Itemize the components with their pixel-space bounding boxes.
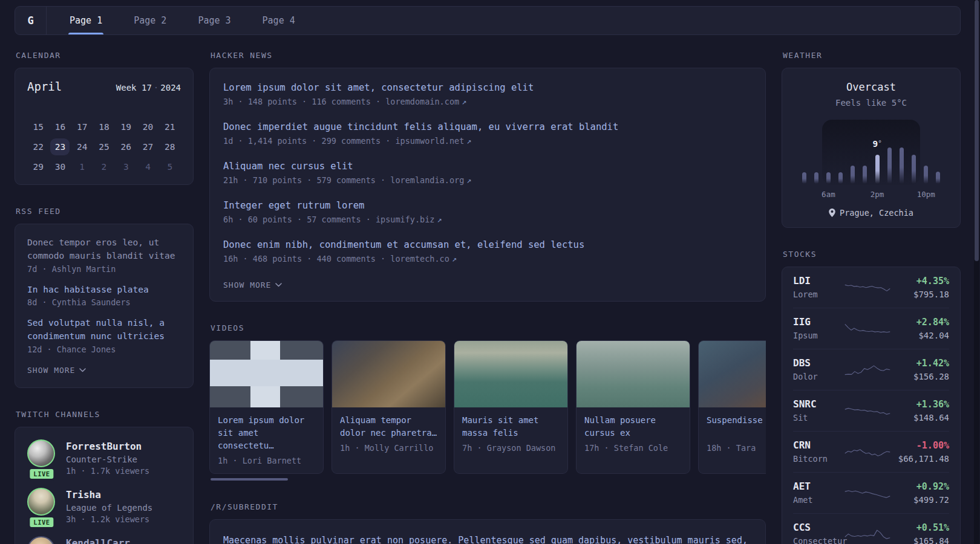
hn-item-title[interactable]: Donec enim nibh, condimentum et accumsan… bbox=[223, 239, 752, 250]
video-meta: 1h · Lori Barnett bbox=[218, 456, 316, 465]
left-column: CALENDAR April Week 17·2024 151617181920… bbox=[15, 51, 194, 544]
page-tab[interactable]: Page 1 bbox=[54, 7, 118, 34]
calendar-day-header bbox=[49, 102, 71, 117]
video-card[interactable]: Aliquam tempor dolor nec pharetra… 1h · … bbox=[332, 340, 446, 474]
video-thumbnail bbox=[210, 341, 323, 407]
video-title[interactable]: Mauris sit amet massa felis bbox=[462, 414, 560, 439]
calendar-date: 16 bbox=[50, 118, 70, 135]
stock-change: +0.51% bbox=[891, 522, 949, 533]
video-card[interactable]: Lorem ipsum dolor sit amet consectetu… 1… bbox=[209, 340, 324, 474]
page-tabs: Page 1Page 2Page 3Page 4 bbox=[54, 7, 311, 34]
rss-item-title[interactable]: Sed volutpat nulla nisl, a condimentum n… bbox=[27, 317, 181, 343]
hackernews-list: Lorem ipsum dolor sit amet, consectetur … bbox=[223, 82, 752, 264]
stock-row[interactable]: CCS Consectetur +0.51% $165.84 bbox=[793, 513, 949, 544]
hn-item-title[interactable]: Integer eget rutrum lorem bbox=[223, 200, 752, 211]
stock-symbol: AET bbox=[793, 481, 844, 492]
stock-name: Ipsum bbox=[793, 331, 844, 340]
hn-item-title[interactable]: Donec imperdiet augue tincidunt felis al… bbox=[223, 121, 752, 132]
video-title[interactable]: Nullam posuere cursus ex bbox=[584, 414, 682, 439]
video-card[interactable]: Suspendisse diam 18h · Tara bbox=[698, 340, 766, 474]
stock-row[interactable]: SNRC Sit +1.36% $148.64 bbox=[793, 390, 949, 431]
weather-bar bbox=[924, 166, 928, 184]
hn-item-domain-link[interactable]: ipsumify.biz bbox=[376, 215, 435, 224]
subreddit-post-title[interactable]: Maecenas mollis pulvinar erat non posuer… bbox=[223, 533, 752, 544]
hn-item-meta: 1d · 1,414 points · 299 comments · ipsum… bbox=[223, 136, 752, 146]
twitch-channel[interactable]: KendallCarr bbox=[27, 536, 181, 544]
hackernews-card: Lorem ipsum dolor sit amet, consectetur … bbox=[209, 68, 766, 302]
weather-location-row: Prague, Czechia bbox=[793, 208, 949, 218]
stock-row[interactable]: LDI Lorem +4.35% $795.18 bbox=[793, 267, 949, 308]
hn-item-title[interactable]: Lorem ipsum dolor sit amet, consectetur … bbox=[223, 82, 752, 93]
stock-values: +1.36% $148.64 bbox=[891, 399, 949, 423]
video-title[interactable]: Lorem ipsum dolor sit amet consectetu… bbox=[218, 414, 316, 452]
weather-location: Prague, Czechia bbox=[840, 208, 913, 218]
stock-price: $66,171.48 bbox=[891, 454, 949, 464]
subreddit-card: Maecenas mollis pulvinar erat non posuer… bbox=[209, 519, 766, 544]
stock-row[interactable]: IIG Ipsum +2.84% $42.04 bbox=[793, 308, 949, 349]
hn-item: Lorem ipsum dolor sit amet, consectetur … bbox=[223, 82, 752, 106]
twitch-channel[interactable]: LIVE Trisha League of Legends 3h · 1.2k … bbox=[27, 488, 181, 524]
calendar-date: 20 bbox=[139, 118, 158, 135]
rss-show-more-button[interactable]: SHOW MORE bbox=[27, 366, 86, 375]
stock-name: Dolor bbox=[793, 372, 844, 381]
external-link-icon: ↗ bbox=[449, 254, 457, 264]
live-badge: LIVE bbox=[28, 516, 55, 529]
hn-item-domain-link[interactable]: loremlandia.org bbox=[390, 175, 464, 185]
hn-item-domain-link[interactable]: ipsumworld.net bbox=[395, 136, 464, 146]
page-tab[interactable]: Page 3 bbox=[182, 7, 246, 34]
separator-dot: · bbox=[152, 83, 160, 92]
video-card[interactable]: Mauris sit amet massa felis 7h · Grayson… bbox=[454, 340, 568, 474]
calendar-day-header bbox=[115, 102, 137, 117]
calendar-day-header bbox=[71, 102, 93, 117]
calendar-date-cell: 28 bbox=[159, 137, 181, 156]
calendar-section: CALENDAR April Week 17·2024 151617181920… bbox=[15, 51, 194, 185]
hackernews-show-more-button[interactable]: SHOW MORE bbox=[223, 280, 282, 290]
calendar-date: 25 bbox=[94, 138, 114, 155]
video-thumbnail bbox=[577, 341, 690, 407]
video-card[interactable]: Nullam posuere cursus ex 17h · Stefan Co… bbox=[576, 340, 690, 474]
stock-row[interactable]: AET Amet +0.92% $499.72 bbox=[793, 472, 949, 513]
hn-item-domain-link[interactable]: loremdomain.com bbox=[385, 97, 459, 106]
video-title[interactable]: Aliquam tempor dolor nec pharetra… bbox=[340, 414, 438, 439]
weather-hour-label: 6am bbox=[822, 190, 835, 199]
app-logo[interactable]: G bbox=[15, 7, 47, 34]
calendar-date: 21 bbox=[160, 118, 180, 135]
calendar-date-cell: 30 bbox=[49, 157, 71, 176]
weather-bar-slot bbox=[798, 172, 810, 184]
stock-values: +0.51% $165.84 bbox=[891, 522, 949, 544]
rss-item-title[interactable]: Donec tempor eros leo, ut commodo mauris… bbox=[27, 236, 181, 263]
hn-item-title[interactable]: Aliquam nec cursus elit bbox=[223, 161, 752, 172]
weather-bar-slot bbox=[859, 166, 871, 184]
videos-scrollbar-thumb[interactable] bbox=[211, 478, 288, 481]
page-tab-label: Page 4 bbox=[263, 15, 295, 26]
live-badge: LIVE bbox=[28, 467, 55, 481]
video-card-body: Mauris sit amet massa felis 7h · Grayson… bbox=[454, 407, 567, 461]
stock-sparkline bbox=[844, 358, 891, 381]
calendar-date: 4 bbox=[139, 158, 158, 175]
stock-sparkline bbox=[844, 317, 891, 340]
weather-bar bbox=[936, 172, 940, 184]
page-scrollbar-track bbox=[974, 0, 979, 544]
calendar-date-cell: 23 bbox=[49, 137, 71, 156]
rss-item-meta: 8d · Cynthia Saunders bbox=[27, 297, 181, 307]
video-meta: 1h · Molly Carrillo bbox=[340, 443, 438, 453]
rss-item: In hac habitasse platea 8d · Cynthia Sau… bbox=[27, 283, 181, 308]
rss-item-title[interactable]: In hac habitasse platea bbox=[27, 283, 181, 297]
page-scrollbar-thumb[interactable] bbox=[975, 0, 979, 261]
video-title[interactable]: Suspendisse diam bbox=[707, 414, 766, 439]
stock-id: IIG Ipsum bbox=[793, 316, 844, 340]
hn-item-stats: 21h · 710 points · 579 comments · bbox=[223, 175, 390, 185]
stock-row[interactable]: CRN Bitcorn -1.00% $66,171.48 bbox=[793, 431, 949, 472]
hn-item-domain-link[interactable]: loremtech.co bbox=[390, 254, 449, 264]
twitch-channel[interactable]: LIVE ForrestBurton Counter-Strike 1h · 1… bbox=[27, 439, 181, 476]
twitch-avatar-wrap: LIVE bbox=[27, 488, 56, 524]
page-tab[interactable]: Page 4 bbox=[247, 7, 311, 34]
external-link-icon: ↗ bbox=[459, 97, 466, 106]
page-tab[interactable]: Page 2 bbox=[118, 7, 182, 34]
weather-bar bbox=[875, 155, 880, 184]
hn-item-meta: 6h · 60 points · 57 comments · ipsumify.… bbox=[223, 215, 752, 224]
stock-row[interactable]: DBS Dolor +1.42% $156.28 bbox=[793, 349, 949, 390]
twitch-channel-name: ForrestBurton bbox=[66, 441, 149, 452]
right-column: WEATHER Overcast Feels like 5°C 9° 6am2p… bbox=[782, 51, 961, 544]
stock-symbol: CRN bbox=[793, 439, 844, 451]
